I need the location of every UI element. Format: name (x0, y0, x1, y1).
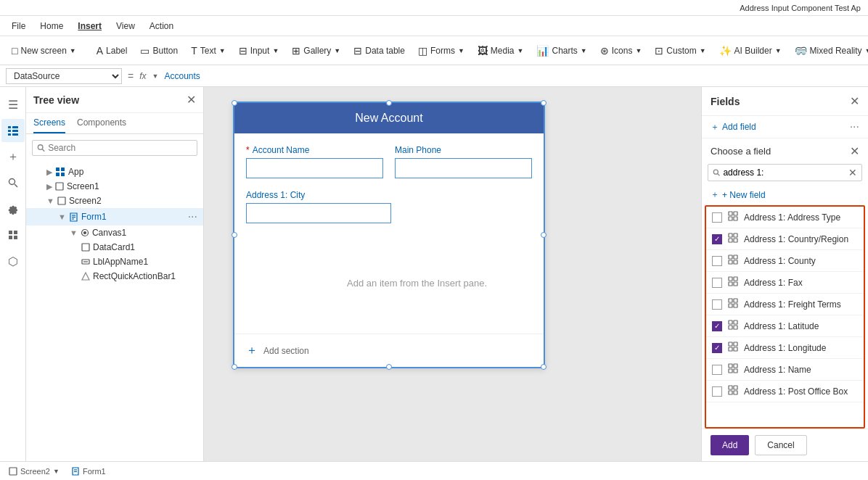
tree-item-rectquickactionbar1-label: RectQuickActionBar1 (93, 271, 176, 281)
field-list-item[interactable]: ✓Address 1: Country/Region (706, 228, 864, 250)
field-checkbox[interactable] (712, 365, 722, 375)
field-list-item[interactable]: ✓Address 1: Longitude (706, 337, 864, 359)
choose-field-close-button[interactable]: ✕ (850, 144, 859, 158)
menu-home[interactable]: Home (34, 20, 69, 33)
status-screen2[interactable]: Screen2 ▼ (9, 467, 60, 476)
fields-more-button[interactable]: ··· (850, 120, 859, 133)
field-checkbox[interactable] (712, 212, 722, 223)
icons-button[interactable]: ⊛ Icons ▼ (594, 42, 648, 59)
fields-add-field[interactable]: ＋ Add field ··· (702, 116, 868, 138)
field-list-item[interactable]: Address 1: Name (706, 359, 864, 381)
svg-rect-64 (734, 386, 737, 389)
svg-rect-2 (8, 130, 11, 132)
tab-components[interactable]: Components (77, 113, 126, 133)
field-checkbox[interactable] (712, 386, 722, 397)
tree-item-rectquickactionbar1[interactable]: RectQuickActionBar1 (26, 269, 203, 284)
svg-rect-36 (734, 233, 737, 237)
mixed-reality-button[interactable]: 🥽 Mixed Reality ▼ (789, 42, 868, 59)
fields-list: Address 1: Address Type✓Address 1: Count… (705, 205, 865, 429)
form-canvas[interactable]: New Account * Account Name Main Phone (233, 102, 545, 368)
field-checkbox[interactable] (712, 299, 722, 310)
media-button[interactable]: 🖼 Media ▼ (472, 42, 530, 59)
menu-action[interactable]: Action (144, 20, 179, 33)
text-button[interactable]: T Text ▼ (185, 42, 232, 59)
field-list-item[interactable]: Address 1: Post Office Box (706, 381, 864, 402)
svg-rect-39 (729, 255, 732, 259)
add-button[interactable]: ＋ (1, 145, 25, 168)
account-name-input[interactable] (246, 158, 383, 178)
menu-insert[interactable]: Insert (72, 20, 107, 33)
button-icon: ▭ (140, 45, 150, 57)
field-checkbox[interactable] (712, 278, 722, 288)
svg-line-7 (15, 184, 17, 187)
menu-file[interactable]: File (6, 20, 31, 33)
fields-cancel-button[interactable]: Cancel (755, 435, 806, 455)
field-checkbox[interactable]: ✓ (712, 234, 722, 244)
fields-search-clear-button[interactable]: ✕ (848, 167, 857, 178)
formula-value: Accounts (164, 71, 200, 81)
field-checkbox[interactable]: ✓ (712, 343, 722, 353)
fields-close-button[interactable]: ✕ (850, 94, 859, 108)
data-table-icon: ⊟ (353, 45, 362, 57)
tree-item-form1[interactable]: ▼ Form1 ··· (26, 208, 203, 225)
account-required-star: * (246, 145, 250, 155)
forms-button[interactable]: ◫ Forms ▼ (412, 42, 470, 59)
fields-add-button[interactable]: Add (711, 435, 749, 455)
add-section-button[interactable]: ＋ Add section (234, 334, 544, 367)
data-table-button[interactable]: ⊟ Data table (348, 42, 411, 59)
tree-tabs: Screens Components (26, 113, 203, 134)
handle-left (232, 232, 237, 238)
address-city-input[interactable] (246, 203, 391, 223)
field-type-icon (728, 342, 738, 354)
tree-item-app[interactable]: ▶ App (26, 165, 203, 179)
button-button[interactable]: ▭ Button (134, 42, 184, 59)
hamburger-menu-button[interactable]: ☰ (1, 93, 25, 116)
form-row-2: Address 1: City (246, 190, 532, 223)
tree-item-lblappname1[interactable]: LblAppName1 (26, 255, 203, 269)
svg-rect-17 (61, 173, 65, 176)
datasource-select[interactable]: DataSource (6, 68, 122, 84)
vars-button[interactable] (1, 223, 25, 247)
settings-button[interactable] (1, 197, 25, 220)
tree-search-input[interactable] (48, 143, 192, 153)
fields-search-icon (713, 168, 720, 177)
tab-screens[interactable]: Screens (33, 113, 65, 133)
tree-item-datacard1[interactable]: DataCard1 (26, 240, 203, 255)
main-phone-input[interactable] (395, 158, 532, 178)
field-list-item[interactable]: Address 1: Freight Terms (706, 294, 864, 315)
fields-new-field-button[interactable]: ＋ + New field (702, 184, 868, 205)
field-list-item[interactable]: ✓Address 1: Latitude (706, 315, 864, 337)
svg-rect-67 (9, 468, 17, 475)
field-checkbox[interactable]: ✓ (712, 321, 722, 331)
input-button[interactable]: ⊟ Input ▼ (233, 42, 285, 59)
tree-view-button[interactable] (1, 119, 25, 142)
svg-marker-28 (82, 273, 89, 280)
tree-item-screen1-label: Screen1 (67, 181, 99, 191)
svg-rect-46 (734, 282, 737, 286)
field-list-item[interactable]: Address 1: County (706, 250, 864, 272)
gallery-button[interactable]: ⊞ Gallery ▼ (286, 42, 346, 59)
svg-rect-57 (729, 347, 732, 351)
new-screen-button[interactable]: □ New screen ▼ (6, 42, 82, 59)
tree-item-screen2[interactable]: ▼ Screen2 (26, 194, 203, 208)
tree-item-canvas1[interactable]: ▼ Canvas1 (26, 225, 203, 240)
field-label: Address 1: Country/Region (744, 234, 848, 244)
field-list-item[interactable]: Address 1: Address Type (706, 207, 864, 228)
form1-more-button[interactable]: ··· (188, 210, 197, 223)
tree-close-button[interactable]: ✕ (187, 93, 196, 107)
status-form1[interactable]: Form1 (71, 467, 106, 476)
ai-builder-button[interactable]: ✨ AI Builder ▼ (713, 42, 787, 59)
charts-button[interactable]: 📊 Charts ▼ (531, 42, 592, 59)
search-sidebar-button[interactable] (1, 171, 25, 194)
form1-chevron-icon: ▼ (58, 212, 66, 221)
fields-search-input[interactable] (723, 167, 848, 178)
field-checkbox[interactable] (712, 256, 722, 266)
menu-view[interactable]: View (110, 20, 141, 33)
accessibility-button[interactable]: ⬡ (1, 249, 25, 273)
custom-button[interactable]: ⊡ Custom ▼ (649, 42, 711, 59)
new-screen-icon: □ (12, 45, 17, 57)
label-button[interactable]: A Label (91, 42, 134, 59)
field-list-item[interactable]: Address 1: Fax (706, 272, 864, 294)
form-body: * Account Name Main Phone (234, 133, 544, 334)
tree-item-screen1[interactable]: ▶ Screen1 (26, 179, 203, 194)
